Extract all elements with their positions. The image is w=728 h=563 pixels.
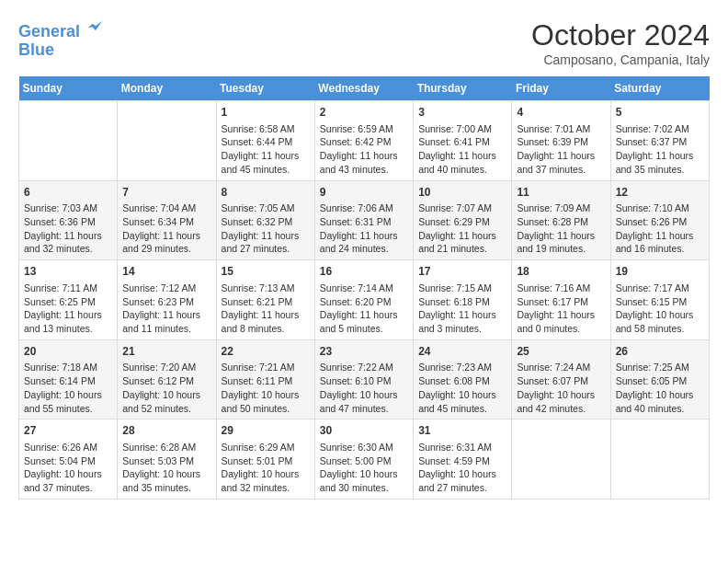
day-number: 30 xyxy=(320,423,408,439)
sunrise: Sunrise: 6:31 AM xyxy=(418,442,492,453)
sunset: Sunset: 6:37 PM xyxy=(616,136,688,147)
day-number: 28 xyxy=(122,423,210,439)
sunrise: Sunrise: 7:15 AM xyxy=(418,282,492,293)
sunset: Sunset: 6:28 PM xyxy=(517,216,588,227)
cell-3-1: 21 Sunrise: 7:20 AM Sunset: 6:12 PM Dayl… xyxy=(118,339,216,419)
day-number: 10 xyxy=(418,185,506,201)
sunset: Sunset: 6:15 PM xyxy=(616,296,688,307)
daylight: Daylight: 11 hours and 13 minutes. xyxy=(24,309,102,334)
cell-4-0: 27 Sunrise: 6:26 AM Sunset: 5:04 PM Dayl… xyxy=(19,419,118,500)
day-number: 11 xyxy=(517,185,605,201)
sunset: Sunset: 6:36 PM xyxy=(24,216,96,227)
daylight: Daylight: 11 hours and 40 minutes. xyxy=(418,150,496,175)
sunset: Sunset: 6:08 PM xyxy=(418,375,490,386)
sunrise: Sunrise: 7:20 AM xyxy=(122,362,196,373)
daylight: Daylight: 11 hours and 0 minutes. xyxy=(517,309,595,334)
daylight: Daylight: 11 hours and 45 minutes. xyxy=(222,150,300,175)
sunrise: Sunrise: 7:03 AM xyxy=(24,202,97,213)
day-number: 9 xyxy=(320,185,408,201)
week-row-1: 1 Sunrise: 6:58 AM Sunset: 6:44 PM Dayli… xyxy=(19,101,710,181)
calendar-table: Sunday Monday Tuesday Wednesday Thursday… xyxy=(18,76,710,500)
logo: General Blue xyxy=(18,18,105,60)
day-number: 13 xyxy=(24,264,112,280)
daylight: Daylight: 11 hours and 5 minutes. xyxy=(320,309,398,334)
daylight: Daylight: 11 hours and 3 minutes. xyxy=(418,309,496,334)
cell-2-2: 15 Sunrise: 7:13 AM Sunset: 6:21 PM Dayl… xyxy=(216,260,314,340)
daylight: Daylight: 10 hours and 50 minutes. xyxy=(222,389,300,414)
daylight: Daylight: 11 hours and 21 minutes. xyxy=(418,230,496,255)
cell-0-3: 2 Sunrise: 6:59 AM Sunset: 6:42 PM Dayli… xyxy=(314,101,413,181)
daylight: Daylight: 10 hours and 37 minutes. xyxy=(24,468,102,493)
title-area: October 2024 Camposano, Campania, Italy xyxy=(531,18,710,67)
daylight: Daylight: 11 hours and 35 minutes. xyxy=(616,150,694,175)
location: Camposano, Campania, Italy xyxy=(531,52,710,67)
sunrise: Sunrise: 7:02 AM xyxy=(616,123,689,134)
sunrise: Sunrise: 7:21 AM xyxy=(222,362,295,373)
sunset: Sunset: 4:59 PM xyxy=(418,455,490,466)
daylight: Daylight: 10 hours and 45 minutes. xyxy=(418,389,496,414)
day-number: 23 xyxy=(320,344,408,360)
sunset: Sunset: 6:31 PM xyxy=(320,216,392,227)
sunrise: Sunrise: 7:09 AM xyxy=(517,202,590,213)
cell-1-2: 8 Sunrise: 7:05 AM Sunset: 6:32 PM Dayli… xyxy=(216,180,314,260)
col-saturday: Saturday xyxy=(610,76,709,101)
cell-2-0: 13 Sunrise: 7:11 AM Sunset: 6:25 PM Dayl… xyxy=(19,260,118,340)
sunrise: Sunrise: 7:10 AM xyxy=(616,202,689,213)
sunset: Sunset: 5:03 PM xyxy=(122,455,194,466)
cell-1-0: 6 Sunrise: 7:03 AM Sunset: 6:36 PM Dayli… xyxy=(19,180,118,260)
col-thursday: Thursday xyxy=(414,76,512,101)
sunset: Sunset: 5:01 PM xyxy=(222,455,293,466)
sunset: Sunset: 5:04 PM xyxy=(24,455,96,466)
sunrise: Sunrise: 7:07 AM xyxy=(418,202,492,213)
sunrise: Sunrise: 7:13 AM xyxy=(222,282,295,293)
sunset: Sunset: 5:00 PM xyxy=(320,455,392,466)
daylight: Daylight: 11 hours and 24 minutes. xyxy=(320,230,398,255)
cell-1-3: 9 Sunrise: 7:06 AM Sunset: 6:31 PM Dayli… xyxy=(314,180,413,260)
cell-0-5: 4 Sunrise: 7:01 AM Sunset: 6:39 PM Dayli… xyxy=(512,101,610,181)
day-number: 7 xyxy=(122,185,210,201)
daylight: Daylight: 10 hours and 35 minutes. xyxy=(122,468,200,493)
daylight: Daylight: 10 hours and 27 minutes. xyxy=(418,468,496,493)
daylight: Daylight: 11 hours and 43 minutes. xyxy=(320,150,398,175)
sunrise: Sunrise: 7:23 AM xyxy=(418,362,492,373)
daylight: Daylight: 10 hours and 30 minutes. xyxy=(320,468,398,493)
sunrise: Sunrise: 7:25 AM xyxy=(616,362,689,373)
day-number: 12 xyxy=(616,185,704,201)
cell-4-1: 28 Sunrise: 6:28 AM Sunset: 5:03 PM Dayl… xyxy=(118,419,216,500)
sunset: Sunset: 6:12 PM xyxy=(122,375,194,386)
sunset: Sunset: 6:39 PM xyxy=(517,136,588,147)
cell-0-4: 3 Sunrise: 7:00 AM Sunset: 6:41 PM Dayli… xyxy=(414,101,512,181)
daylight: Daylight: 11 hours and 8 minutes. xyxy=(222,309,300,334)
cell-4-4: 31 Sunrise: 6:31 AM Sunset: 4:59 PM Dayl… xyxy=(414,419,512,500)
col-tuesday: Tuesday xyxy=(216,76,314,101)
logo-text: General xyxy=(18,18,105,41)
sunset: Sunset: 6:21 PM xyxy=(222,296,293,307)
daylight: Daylight: 10 hours and 32 minutes. xyxy=(222,468,300,493)
sunset: Sunset: 6:23 PM xyxy=(122,296,194,307)
day-number: 29 xyxy=(222,423,310,439)
sunrise: Sunrise: 7:17 AM xyxy=(616,282,689,293)
day-number: 20 xyxy=(24,344,112,360)
sunset: Sunset: 6:10 PM xyxy=(320,375,392,386)
cell-3-6: 26 Sunrise: 7:25 AM Sunset: 6:05 PM Dayl… xyxy=(610,339,709,419)
day-number: 24 xyxy=(418,344,506,360)
sunset: Sunset: 6:29 PM xyxy=(418,216,490,227)
day-number: 1 xyxy=(222,105,310,121)
sunrise: Sunrise: 7:05 AM xyxy=(222,202,295,213)
sunset: Sunset: 6:34 PM xyxy=(122,216,194,227)
day-number: 25 xyxy=(517,344,605,360)
col-friday: Friday xyxy=(512,76,610,101)
day-number: 18 xyxy=(517,264,605,280)
week-row-3: 13 Sunrise: 7:11 AM Sunset: 6:25 PM Dayl… xyxy=(19,260,710,340)
day-number: 2 xyxy=(320,105,408,121)
cell-2-3: 16 Sunrise: 7:14 AM Sunset: 6:20 PM Dayl… xyxy=(314,260,413,340)
cell-2-5: 18 Sunrise: 7:16 AM Sunset: 6:17 PM Dayl… xyxy=(512,260,610,340)
day-number: 27 xyxy=(24,423,112,439)
day-number: 8 xyxy=(222,185,310,201)
cell-2-4: 17 Sunrise: 7:15 AM Sunset: 6:18 PM Dayl… xyxy=(414,260,512,340)
cell-1-4: 10 Sunrise: 7:07 AM Sunset: 6:29 PM Dayl… xyxy=(414,180,512,260)
sunrise: Sunrise: 6:28 AM xyxy=(122,442,196,453)
sunrise: Sunrise: 7:12 AM xyxy=(122,282,196,293)
col-monday: Monday xyxy=(118,76,216,101)
daylight: Daylight: 11 hours and 29 minutes. xyxy=(122,230,200,255)
